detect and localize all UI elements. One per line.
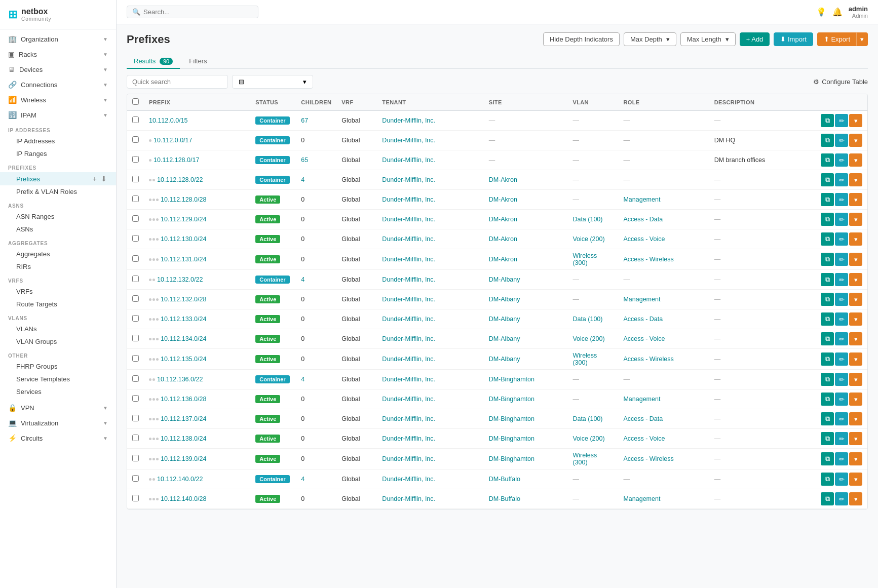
copy-button[interactable]: ⧉ — [821, 153, 834, 167]
site-link[interactable]: DM-Akron — [489, 236, 517, 243]
import-button[interactable]: ⬇ Import — [774, 32, 813, 46]
site-link[interactable]: DM-Binghamton — [489, 415, 535, 422]
delete-button[interactable]: ▾ — [849, 153, 862, 167]
configure-table-button[interactable]: ⚙ Configure Table — [813, 78, 868, 86]
delete-button[interactable]: ▾ — [849, 312, 862, 326]
bulb-icon[interactable]: 💡 — [816, 7, 826, 17]
delete-button[interactable]: ▾ — [849, 293, 862, 306]
copy-button[interactable]: ⧉ — [821, 253, 834, 266]
children-link[interactable]: 4 — [301, 276, 304, 283]
copy-button[interactable]: ⧉ — [821, 393, 834, 406]
sidebar-item-aggregates[interactable]: Aggregates — [0, 248, 116, 260]
prefix-link[interactable]: 10.112.138.0/24 — [161, 435, 206, 442]
tenant-link[interactable]: Dunder-Mifflin, Inc. — [382, 256, 435, 263]
sidebar-item-vlan-groups[interactable]: VLAN Groups — [0, 335, 116, 348]
site-link[interactable]: DM-Binghamton — [489, 455, 535, 462]
delete-button[interactable]: ▾ — [849, 253, 862, 266]
row-checkbox[interactable] — [132, 136, 139, 143]
copy-button[interactable]: ⧉ — [821, 452, 834, 465]
role-link[interactable]: Management — [623, 396, 660, 403]
prefix-link[interactable]: 10.112.128.0/28 — [161, 196, 206, 203]
copy-button[interactable]: ⧉ — [821, 232, 834, 246]
vlan-link[interactable]: Data (100) — [572, 316, 602, 323]
edit-button[interactable]: ✏ — [835, 232, 848, 246]
tenant-link[interactable]: Dunder-Mifflin, Inc. — [382, 476, 435, 483]
sidebar-item-asn-ranges[interactable]: ASN Ranges — [0, 210, 116, 223]
site-link[interactable]: DM-Buffalo — [489, 495, 520, 502]
role-link[interactable]: Management — [623, 495, 660, 502]
delete-button[interactable]: ▾ — [849, 114, 862, 127]
sidebar-item-prefix-vlan-roles[interactable]: Prefix & VLAN Roles — [0, 185, 116, 198]
edit-button[interactable]: ✏ — [835, 193, 848, 206]
sidebar-item-route-targets[interactable]: Route Targets — [0, 298, 116, 310]
delete-button[interactable]: ▾ — [849, 373, 862, 386]
sidebar-item-vpn[interactable]: 🔒VPN ▼ — [0, 400, 116, 415]
sidebar-item-vlans[interactable]: VLANs — [0, 323, 116, 335]
row-checkbox[interactable] — [132, 455, 139, 461]
role-link[interactable]: Access - Data — [623, 216, 663, 223]
site-link[interactable]: DM-Albany — [489, 296, 520, 303]
add-prefix-button[interactable]: + — [92, 175, 98, 183]
delete-button[interactable]: ▾ — [849, 273, 862, 286]
tenant-link[interactable]: Dunder-Mifflin, Inc. — [382, 216, 435, 223]
sidebar-item-ip-ranges[interactable]: IP Ranges — [0, 147, 116, 160]
vlan-link[interactable]: Data (100) — [572, 216, 602, 223]
row-checkbox[interactable] — [132, 315, 139, 322]
copy-button[interactable]: ⧉ — [821, 114, 834, 127]
topbar-search-input[interactable] — [143, 8, 253, 16]
prefix-link[interactable]: 10.112.0.0/17 — [154, 137, 192, 144]
tab-results[interactable]: Results 90 — [127, 54, 180, 69]
tenant-link[interactable]: Dunder-Mifflin, Inc. — [382, 196, 435, 203]
edit-button[interactable]: ✏ — [835, 492, 848, 505]
tenant-link[interactable]: Dunder-Mifflin, Inc. — [382, 335, 435, 342]
row-checkbox[interactable] — [132, 255, 139, 262]
prefix-link[interactable]: 10.112.133.0/24 — [161, 316, 206, 323]
edit-button[interactable]: ✏ — [835, 273, 848, 286]
sidebar-item-circuits[interactable]: ⚡Circuits ▼ — [0, 430, 116, 446]
import-prefix-button[interactable]: ⬇ — [100, 175, 108, 183]
role-link[interactable]: Access - Wireless — [623, 455, 673, 462]
site-link[interactable]: DM-Akron — [489, 256, 517, 263]
prefix-link[interactable]: 10.112.140.0/28 — [161, 495, 206, 502]
sidebar-item-services[interactable]: Services — [0, 385, 116, 398]
site-link[interactable]: DM-Albany — [489, 356, 520, 363]
delete-button[interactable]: ▾ — [849, 473, 862, 486]
sidebar-item-ipam[interactable]: 🔢IPAM ▼ — [0, 107, 116, 123]
copy-button[interactable]: ⧉ — [821, 432, 834, 445]
copy-button[interactable]: ⧉ — [821, 193, 834, 206]
row-checkbox[interactable] — [132, 235, 139, 242]
copy-button[interactable]: ⧉ — [821, 213, 834, 226]
vlan-link[interactable]: Wireless (300) — [572, 452, 597, 466]
row-checkbox[interactable] — [132, 116, 139, 123]
prefix-link[interactable]: 10.112.130.0/24 — [161, 236, 206, 243]
edit-button[interactable]: ✏ — [835, 373, 848, 386]
site-link[interactable]: DM-Buffalo — [489, 476, 520, 483]
delete-button[interactable]: ▾ — [849, 492, 862, 505]
copy-button[interactable]: ⧉ — [821, 273, 834, 286]
row-checkbox[interactable] — [132, 276, 139, 282]
prefix-link[interactable]: 10.112.128.0/17 — [154, 156, 199, 164]
sidebar-item-ip-addresses[interactable]: IP Addresses — [0, 135, 116, 147]
edit-button[interactable]: ✏ — [835, 473, 848, 486]
prefix-link[interactable]: 10.112.134.0/24 — [161, 335, 206, 342]
quick-search-input[interactable] — [127, 75, 228, 89]
sidebar-item-asns[interactable]: ASNs — [0, 223, 116, 236]
add-button[interactable]: + Add — [740, 32, 770, 46]
sidebar-item-fhrp-groups[interactable]: FHRP Groups — [0, 360, 116, 373]
role-link[interactable]: Access - Voice — [623, 236, 665, 243]
site-link[interactable]: DM-Binghamton — [489, 396, 535, 403]
children-link[interactable]: 65 — [301, 156, 308, 164]
tenant-link[interactable]: Dunder-Mifflin, Inc. — [382, 455, 435, 462]
tenant-link[interactable]: Dunder-Mifflin, Inc. — [382, 396, 435, 403]
tenant-link[interactable]: Dunder-Mifflin, Inc. — [382, 435, 435, 442]
copy-button[interactable]: ⧉ — [821, 312, 834, 326]
copy-button[interactable]: ⧉ — [821, 492, 834, 505]
prefix-link[interactable]: 10.112.140.0/22 — [157, 476, 203, 483]
bell-icon[interactable]: 🔔 — [832, 7, 843, 17]
prefix-link[interactable]: 10.112.129.0/24 — [161, 216, 206, 223]
row-checkbox[interactable] — [132, 475, 139, 482]
row-checkbox[interactable] — [132, 495, 139, 501]
delete-button[interactable]: ▾ — [849, 452, 862, 465]
tenant-link[interactable]: Dunder-Mifflin, Inc. — [382, 296, 435, 303]
site-link[interactable]: DM-Akron — [489, 196, 517, 203]
